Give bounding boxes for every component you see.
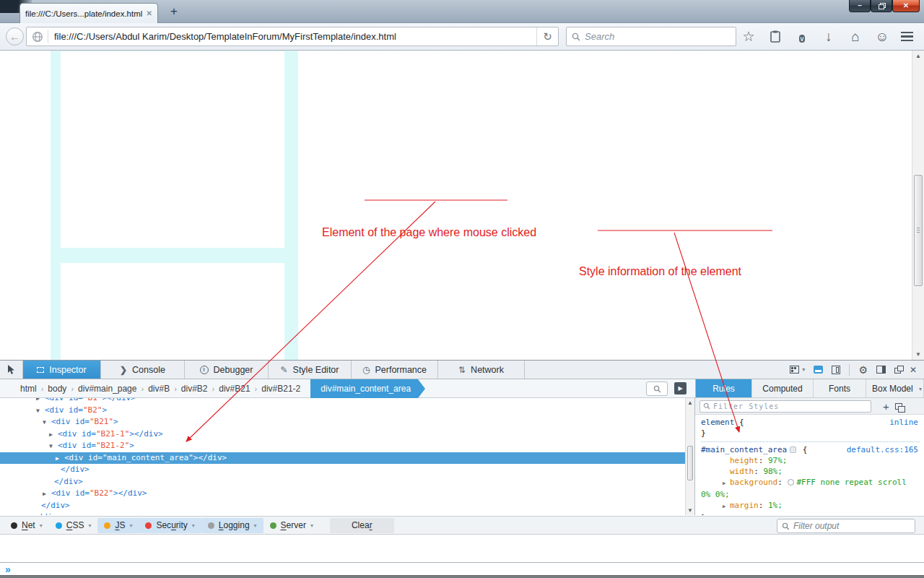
expand-icon[interactable]: ▶ [723,478,730,489]
css-property-value: 97%; [768,456,788,465]
expand-panel-icon[interactable]: ▶ [674,382,687,394]
minimize-button[interactable]: – [849,0,871,12]
filter-net-button[interactable]: Net ▾ [4,518,49,533]
breadcrumb-item[interactable]: div#B21-2 [257,384,305,394]
hello-smiley-icon[interactable]: ☺ [874,27,890,46]
reading-list-icon[interactable] [767,30,783,43]
css-property-name: height [730,456,759,465]
filter-security-button[interactable]: Security ▾ [139,518,201,533]
markup-line[interactable]: ▼<div id="B21-2"> [0,440,685,452]
url-bar[interactable]: file:///C:/Users/Abdul Karim/Desktop/Tem… [26,27,559,46]
css-declaration[interactable]: width: 98%; [701,466,912,477]
markup-line[interactable]: ▶<div id="B22"></div> [0,488,685,500]
tab-style-editor[interactable]: ✎ Style Editor [269,361,352,379]
pocket-icon[interactable]: ∨ [794,27,810,46]
filter-css-button[interactable]: CSS ▾ [49,518,98,533]
scroll-up-icon[interactable]: ▲ [912,53,924,59]
markup-line[interactable]: </div> [0,464,685,476]
filter-styles-input[interactable]: Filter Styles [699,400,871,413]
frame-select-icon[interactable] [790,366,799,374]
scroll-up-icon[interactable]: ▲ [686,400,694,406]
markup-line-selected[interactable]: ▶<div id="main_content_area"></div> [0,452,685,465]
add-rule-icon[interactable]: + [883,400,889,413]
markup-view: ▶<div id="B1"></div> ▼<div id="B2"> ▼<di… [0,398,685,515]
search-input[interactable]: Search [566,27,736,46]
restore-button[interactable] [871,0,892,12]
tab-performance[interactable]: ◷ Performance [352,361,438,379]
reload-icon[interactable]: ↻ [536,27,558,46]
breadcrumb-item-selected[interactable]: div#main_content_area [310,379,418,398]
sidebar-tab-box-model[interactable]: Box Model [866,379,924,397]
css-rule-main-content-area: #main_content_area {default.css:165 heig… [701,441,920,515]
console-input[interactable]: » [0,562,924,576]
css-declaration[interactable]: height: 97%; [701,455,912,466]
expand-icon[interactable]: ▶ [723,501,730,512]
new-tab-button[interactable]: + [165,4,183,20]
tab-close-icon[interactable]: ✕ [147,9,152,17]
tab-inspector[interactable]: Inspector [23,361,101,379]
markup-line[interactable]: </div> [0,512,685,515]
frame-select-caret-icon[interactable]: ▾ [802,366,805,373]
stylesheet-link[interactable]: inline [889,417,918,428]
sidebar-tab-fonts[interactable]: Fonts [814,379,866,397]
back-button[interactable]: ← [6,27,24,46]
home-icon[interactable]: ⌂ [847,27,863,46]
css-selector[interactable]: #main_content_area [701,445,787,454]
settings-gear-icon[interactable]: ⚙ [858,365,868,375]
filter-js-button[interactable]: JS ▾ [97,518,139,533]
taskbar-edge [0,575,924,578]
bookmark-star-icon[interactable]: ☆ [741,27,757,46]
markup-line[interactable]: ▶<div id="B21-1"></div> [0,428,685,441]
url-input[interactable]: file:///C:/Users/Abdul Karim/Desktop/Tem… [54,31,536,42]
sidebar-tabs-overflow-icon[interactable]: ▾ [919,386,922,392]
tab-debugger[interactable]: ‖ Debugger [185,361,269,379]
markup-scrollbar[interactable]: ▲ ▼ [685,398,695,515]
layers-icon[interactable] [895,403,902,410]
filter-output-input[interactable]: Filter output [777,519,915,533]
css-property-name: background [730,478,777,487]
breadcrumb-item[interactable]: div#B [144,384,174,394]
search-placeholder: Search [585,31,614,42]
browser-tab[interactable]: file:///C:/Users...plate/index.html ✕ [19,3,158,23]
breadcrumb-item[interactable]: div#B21 [214,384,254,394]
markup-line[interactable]: ▼<div id="B2"> [0,405,685,417]
scroll-down-icon[interactable]: ▼ [912,351,924,358]
color-swatch[interactable] [788,479,794,486]
css-declaration[interactable]: ▶background: #FFF none repeat scroll 0% … [701,477,912,500]
markup-line[interactable]: ▶<div id="B1"></div> [0,398,685,405]
filter-server-button[interactable]: Server ▾ [263,518,320,533]
breadcrumb-item[interactable]: div#main_page [74,384,141,394]
css-declaration[interactable]: ▶margin: 1%; [701,500,912,512]
markup-line[interactable]: ▼<div id="B21"> [0,416,685,428]
markup-line[interactable]: </div> [0,500,685,512]
responsive-mode-icon[interactable] [832,366,840,374]
close-button[interactable]: ✕ [892,0,920,12]
sidebar-tab-rules[interactable]: Rules [696,379,752,397]
breadcrumb-item[interactable]: div#B2 [177,384,212,394]
window-controls: – ✕ [849,0,920,12]
filter-logging-button[interactable]: Logging ▾ [201,518,263,533]
scrollbar-thumb[interactable] [914,175,923,286]
scrollbar-thumb[interactable] [687,446,693,480]
popout-window-icon[interactable] [894,368,901,374]
breadcrumb-item[interactable]: body [43,384,71,394]
annotation-element-note: Element of the page where mouse clicked [322,226,536,239]
clear-button[interactable]: Clear [330,518,394,533]
highlight-target-icon[interactable] [790,447,796,453]
dock-side-icon[interactable] [876,366,886,374]
sidebar-tab-computed[interactable]: Computed [752,379,814,397]
pick-element-button[interactable] [0,361,23,379]
menu-icon[interactable] [901,32,917,42]
stylesheet-link[interactable]: default.css:165 [847,444,918,455]
page-scrollbar[interactable]: ▲ ▼ [912,51,924,360]
tab-console[interactable]: ❯ Console [101,361,185,379]
css-selector[interactable]: element [701,418,734,427]
download-icon[interactable]: ↓ [821,27,837,46]
markup-line[interactable]: </div> [0,476,685,488]
scroll-down-icon[interactable]: ▼ [686,507,694,514]
devtools-close-icon[interactable]: ✕ [910,365,917,375]
split-console-icon[interactable] [814,366,823,374]
markup-search-button[interactable] [646,381,668,396]
tab-network[interactable]: ⇅ Network [438,361,525,379]
breadcrumb-item[interactable]: html [16,384,41,394]
